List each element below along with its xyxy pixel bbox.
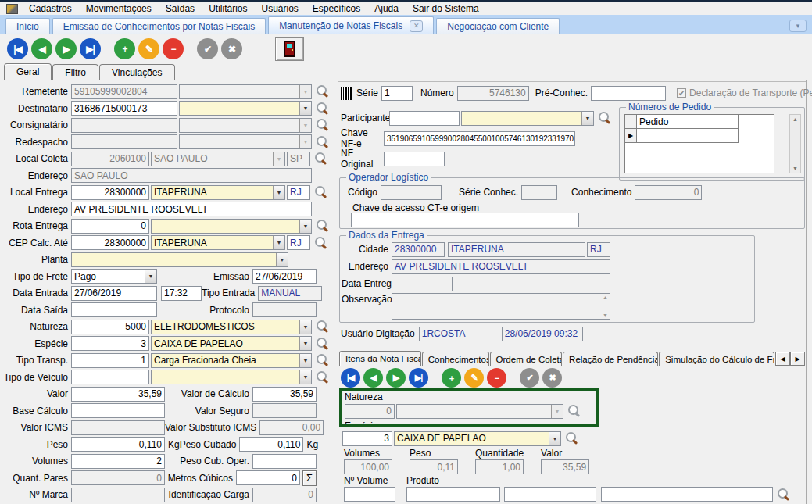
menu-sair[interactable]: Sair do Sistema [406, 3, 486, 14]
rota-entrega-search-icon[interactable] [316, 220, 328, 232]
emissao-field[interactable]: 27/06/2019 [252, 269, 317, 284]
redespacho-search-icon[interactable] [316, 136, 328, 148]
nav-last-button[interactable]: ▶| [80, 38, 101, 59]
tipo-transp-search-icon[interactable] [316, 354, 328, 366]
item-especie-code-field[interactable]: 3 [342, 431, 392, 446]
produto-ref-field[interactable] [504, 487, 596, 502]
cep-calc-search-icon[interactable] [314, 237, 327, 249]
scroll-down-icon[interactable]: ▼ [792, 166, 798, 171]
produto-desc-field[interactable] [601, 487, 773, 502]
valor-calculo-field[interactable]: 35,59 [252, 387, 317, 402]
tab-emissao-conhecimentos[interactable]: Emissão de Conhecimentos por Notas Fisca… [52, 18, 266, 34]
item-nav-last-button[interactable]: ▶| [409, 368, 428, 388]
remetente-search-icon[interactable] [316, 85, 328, 98]
item-add-button[interactable]: + [442, 368, 461, 388]
exit-button[interactable] [275, 37, 304, 61]
tab-scroll-left-button[interactable]: ◀ [775, 352, 790, 366]
menu-especificos[interactable]: Específicos [306, 3, 367, 14]
item-delete-button[interactable]: − [487, 368, 506, 388]
tab-ordem-coleta[interactable]: Ordem de Coleta [490, 352, 563, 366]
volumes-field[interactable]: 2 [71, 454, 165, 469]
especie-combo[interactable]: CAIXA DE PAPELAO▼ [151, 336, 312, 351]
menu-saidas[interactable]: Saídas [159, 3, 202, 14]
local-entrega-city-combo[interactable]: ITAPERUNA▼ [151, 185, 285, 200]
chave-nfe-field[interactable]: 3519065910599900280455001005746130192331… [384, 131, 575, 146]
menu-cadastros[interactable]: Cadastros [22, 3, 79, 14]
tipo-veiculo-code-field[interactable] [71, 370, 149, 384]
local-coleta-search-icon[interactable] [314, 152, 327, 165]
menu-usuarios[interactable]: Usuários [254, 3, 305, 14]
participante-combo[interactable]: ▼ [461, 111, 594, 126]
peso-cubado-field[interactable]: 0,110 [239, 437, 303, 452]
tab-conhecimentos[interactable]: Conhecimentos [422, 352, 489, 366]
item-nav-prev-button[interactable]: ◀ [363, 368, 383, 388]
rota-entrega-code-field[interactable]: 0 [71, 219, 149, 234]
tipo-transp-combo[interactable]: Carga Fracionada Cheia▼ [151, 353, 312, 368]
chevron-down-icon[interactable]: ▼ [549, 432, 560, 445]
serie-field[interactable]: 1 [381, 86, 413, 101]
tab-inicio[interactable]: Início [5, 18, 50, 34]
local-entrega-search-icon[interactable] [314, 186, 327, 198]
data-entrada-date-field[interactable]: 27/06/2019 [71, 286, 157, 301]
local-entrega-code-field[interactable]: 28300000 [71, 185, 149, 200]
nav-next-button[interactable]: ▶ [55, 38, 77, 59]
natureza-code-field[interactable]: 5000 [71, 320, 149, 334]
tab-geral[interactable]: Geral [4, 63, 52, 80]
close-icon[interactable]: ✕ [410, 20, 423, 32]
rota-entrega-combo[interactable]: ▼ [151, 219, 312, 234]
tab-itens-nota-fiscal[interactable]: Itens da Nota Fiscal [339, 351, 421, 366]
especie-search-icon[interactable] [316, 338, 328, 350]
pedido-cell[interactable] [637, 129, 739, 143]
tipo-transp-code-field[interactable]: 1 [71, 353, 149, 368]
edit-button[interactable]: ✎ [138, 38, 159, 59]
nf-original-field[interactable] [384, 152, 445, 166]
item-edit-button[interactable]: ✎ [464, 368, 484, 388]
destinatario-search-icon[interactable] [316, 102, 328, 115]
data-saida-field[interactable] [71, 302, 157, 317]
row-selector-icon[interactable]: ▶ [625, 129, 637, 143]
chevron-down-icon[interactable]: ▼ [145, 270, 156, 283]
data-entrada-time-field[interactable]: 17:32 [161, 286, 202, 301]
delete-button[interactable]: − [163, 38, 184, 59]
pedidos-grid[interactable]: Pedido ▶ [624, 114, 774, 173]
natureza-combo[interactable]: ELETRODOMESTICOS▼ [151, 320, 312, 334]
cep-calc-code-field[interactable]: 28300000 [71, 235, 149, 250]
menu-movimentacoes[interactable]: Movimentações [79, 3, 159, 14]
chevron-down-icon[interactable]: ▼ [273, 186, 284, 199]
item-nav-next-button[interactable]: ▶ [386, 368, 406, 388]
chevron-down-icon[interactable]: ▼ [299, 354, 311, 367]
participante-code-field[interactable] [389, 111, 460, 126]
item-especie-search-icon[interactable] [565, 432, 578, 445]
especie-code-field[interactable]: 3 [71, 336, 149, 351]
destinatario-code-field[interactable]: 31686715000173 [71, 101, 177, 116]
chevron-down-icon[interactable]: ▼ [299, 370, 311, 384]
natureza-search-icon[interactable] [316, 320, 328, 333]
sum-button[interactable]: Σ [302, 470, 317, 486]
tipo-frete-combo[interactable]: Pago▼ [71, 269, 157, 284]
pedidos-scrollbar[interactable]: ▲▼ [789, 114, 801, 173]
chevron-down-icon[interactable]: ▼ [276, 253, 288, 266]
destinatario-name-combo[interactable]: ▼ [179, 101, 312, 116]
menu-ajuda[interactable]: Ajuda [367, 3, 406, 14]
planta-combo[interactable]: ▼ [71, 252, 288, 267]
peso-cub-oper-field[interactable] [252, 454, 317, 469]
confirm-button[interactable]: ✔ [197, 38, 218, 59]
pedido-column-header[interactable]: Pedido [637, 115, 739, 129]
tab-manutencao-notas[interactable]: Manutenção de Notas Fiscais ✕ [268, 16, 434, 34]
nav-prev-button[interactable]: ◀ [31, 38, 52, 59]
tab-vinculacoes[interactable]: Vinculações [99, 64, 175, 80]
add-button[interactable]: + [114, 38, 135, 59]
scroll-up-icon[interactable]: ▲ [792, 116, 798, 122]
pre-conhec-field[interactable] [591, 86, 666, 101]
peso-field[interactable]: 0,110 [71, 437, 165, 452]
tab-scroll-right-button[interactable]: ▶ [790, 352, 805, 366]
participante-search-icon[interactable] [598, 112, 610, 124]
num-volume-field[interactable] [344, 487, 395, 502]
base-calculo-field[interactable] [71, 403, 165, 418]
produto-search-icon[interactable] [777, 488, 789, 501]
chevron-down-icon[interactable]: ▼ [273, 236, 284, 249]
item-confirm-button[interactable]: ✔ [520, 368, 539, 388]
item-nav-first-button[interactable]: |◀ [341, 368, 360, 388]
nav-first-button[interactable]: |◀ [7, 38, 28, 59]
metros-cubicos-field[interactable]: 0 [236, 470, 300, 485]
